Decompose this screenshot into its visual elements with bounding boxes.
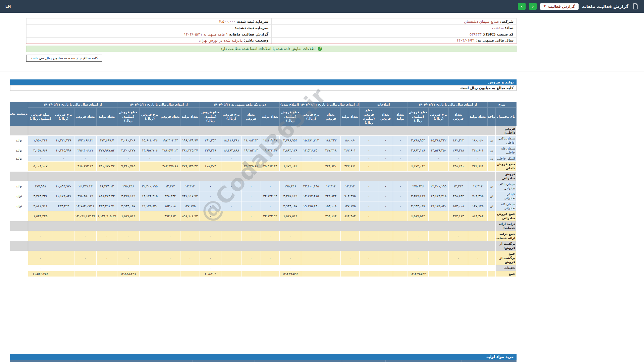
value-cell: ۱۰,۸۹۳,۹۷۰ [53, 181, 74, 191]
info-value: ۱ ماهه منتهی به ۱۴۰۴/۰۵/۳۱ [184, 32, 228, 37]
info-cell: سرمایه ثبت نشده: ۰ [26, 25, 272, 31]
product-name: جمع [496, 271, 517, 277]
value-cell: ۰ [200, 265, 221, 271]
language-toggle[interactable]: EN [5, 4, 11, 9]
value-cell: ۰ [53, 156, 74, 161]
value-cell: ۱۶,۴۸۲,۸۸۸ [221, 145, 241, 156]
info-value[interactable]: سدشت [492, 26, 504, 30]
unit-cell [488, 251, 496, 265]
nav-next-button[interactable]: › [518, 3, 526, 10]
value-cell: ۰ [74, 231, 96, 241]
value-cell: ۱۳,۲۳۹,۵۹۴ [408, 271, 429, 277]
product-name: سیمان فله -داخلی [496, 145, 517, 156]
product-name: تخفیفات [496, 265, 517, 271]
value-cell: ۶,۶۷۲,۰۸۲ [408, 161, 429, 171]
subcolumn-header: تعداد فروش [321, 108, 340, 126]
info-label: سرمایه ثبت شده: [236, 19, 268, 24]
value-cell: ۳۵,۳۳۵.۶۸ [241, 161, 261, 171]
value-cell [321, 271, 340, 277]
unit-cell [488, 161, 496, 171]
value-cell: ۰ [28, 251, 53, 265]
value-cell: ۲۶۲,۶۰۱ [468, 145, 488, 156]
value-cell: ۰ [221, 156, 241, 161]
product-name: سیمان فله صادراتی [496, 201, 517, 211]
value-cell: ۱۴,۶۷۲,۲۱۵ [139, 191, 160, 201]
value-cell: ۴۶۸,۶۷۲.۶۳ [74, 161, 96, 171]
unit-cell: تن [488, 145, 496, 156]
value-cell: ۸۸۸,۲۷۴.۴۳ [96, 191, 117, 201]
value-cell: ۱۹,۱۷۵,۸۴۰ [301, 201, 321, 211]
section-label: برگشت از فروش: [496, 241, 517, 251]
info-value: ۱۴۰۴/۰۶/۳۱ [457, 38, 475, 43]
value-cell: ۲۲۴,۲۹۱.۷۱ [96, 201, 117, 211]
value-cell: ۳۹۴,۱۶۴ [321, 211, 340, 221]
status-cell: تولید [10, 145, 28, 156]
subcolumn-header: نرخ فروش (ریال) [301, 108, 321, 126]
value-cell: ۱۳,۰۹۶,۶۶۲.۴۲ [74, 211, 96, 221]
value-cell: ۱۵۳,۰۰۸ [160, 201, 180, 211]
info-row: نماد: سدشتسرمایه ثبت نشده: ۰ [26, 25, 517, 31]
value-cell: ۳,۸۸۳,۱۲۸ [279, 145, 301, 156]
value-cell: ۱۹,۲۵۳.۲۴ [241, 145, 261, 156]
value-cell [378, 251, 393, 265]
value-cell: ۱۶,۳۳۹.۱۳ [96, 181, 117, 191]
value-cell: ۴۷۸,۶۲۵.۴۴ [180, 161, 200, 171]
value-cell: ۱۷۷,۹۹۸ [28, 181, 53, 191]
value-cell: ۴۴۸,۶۴۰ [321, 161, 340, 171]
value-cell: ۰ [117, 251, 139, 265]
value-cell [241, 271, 261, 277]
table-row: جمع فروش صادراتی۸۶۴,۴۸۴۳۹۴,۱۶۴۶,۵۶۷,۵۱۲۰… [10, 211, 516, 221]
nav-previous-button[interactable]: ‹ [529, 3, 537, 10]
value-cell: ۸۹۶,۶۰۶.۹۲ [180, 211, 200, 221]
section-row: فروش صادراتی: [10, 171, 516, 181]
value-cell: ۲۹۶,۴۰۶.۲۱ [74, 145, 96, 156]
value-cell [53, 251, 74, 265]
product-name: جمع برگشت از فروش [496, 251, 517, 265]
subcolumn-header: تعداد تولید [96, 108, 117, 126]
info-label: شرکت: [500, 19, 514, 24]
value-cell: ۱۰,۳۱۵,۷۹۶ [53, 145, 74, 156]
value-cell: ۰ [28, 265, 53, 271]
value-cell: ۱۹,۱۷۵,۸۴۰ [429, 201, 449, 211]
value-cell: ۲۲۸,۸۴۲ [321, 191, 340, 201]
value-cell [429, 251, 449, 265]
value-cell: ۱۱,۶۷۸,۸۴۶ [53, 191, 74, 201]
table-row: تخفیفات۰۰۰۰۰۰ [10, 265, 516, 271]
value-cell: ۰ [393, 181, 408, 191]
subcolumn-header: نرخ فروش (ریال) [429, 108, 449, 126]
table-row: جمع درآمد ارائه خدمات۰۰۰۰۰۰۰۰۰۰۰۰۰۰۰۰ [10, 231, 516, 241]
value-cell: ۰ [200, 181, 221, 191]
report-type-dropdown[interactable]: گزارش فعالیت ▼ [540, 3, 579, 10]
value-cell: ۰ [340, 251, 359, 265]
value-cell: ۰ [378, 145, 393, 156]
value-cell [74, 271, 96, 277]
value-cell: ۰ [74, 156, 96, 161]
value-cell: ۷,۲۸۰,۷۸۵ [117, 161, 139, 171]
value-cell [221, 231, 241, 241]
value-cell [449, 271, 468, 277]
desc-header: شرح [475, 360, 517, 362]
value-cell: ۱۹,۸۴۴.۴۷ [261, 145, 279, 156]
value-cell: ۱۲,۳۱۴ [468, 181, 488, 191]
info-cell: شرکت: صنایع سیمان دشتستان [271, 18, 517, 25]
value-cell: ۰ [241, 211, 261, 221]
value-cell: ۷۳۶,۶۱۷.۹۲ [180, 191, 200, 201]
info-value[interactable]: صنایع سیمان دشتستان [464, 19, 499, 24]
value-cell [139, 251, 160, 265]
value-cell: ۰ [74, 251, 96, 265]
value-cell: ۱۷۲,۲۶۶.۴۲ [74, 136, 96, 146]
value-cell: ۰ [468, 231, 488, 241]
value-cell: ۰ [359, 231, 378, 241]
subcolumn-header: مبلغ فروش (میلیون ریال) [359, 108, 378, 126]
value-cell: ۰ [117, 231, 139, 241]
value-cell: ۰ [139, 156, 160, 161]
section-row: درآمد ارائه خدمات: [10, 221, 516, 231]
value-cell: ۰ [321, 251, 340, 265]
value-cell: ۱,۱۲۸,۹۰۵.۲۷ [96, 211, 117, 221]
value-cell: ۳,۳۵۷,۶۱۹ [408, 191, 429, 201]
subcolumn-header: تعداد فروش [241, 108, 261, 126]
info-cell: نماد: سدشت [271, 25, 517, 31]
value-cell [378, 231, 393, 241]
value-cell [221, 161, 241, 171]
topbar: گزارش فعالیت ماهانه گزارش فعالیت ▼ ‹ › E… [0, 0, 644, 13]
